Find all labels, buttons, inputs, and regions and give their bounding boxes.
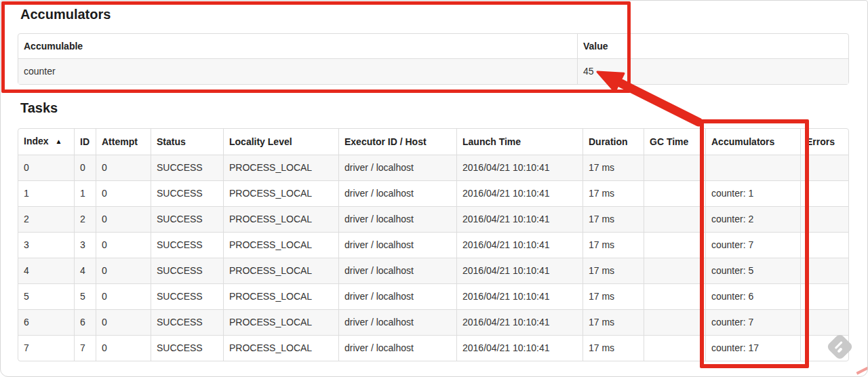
table-cell: SUCCESS xyxy=(151,180,223,206)
table-cell: PROCESS_LOCAL xyxy=(223,232,338,258)
table-cell: counter: 6 xyxy=(705,283,800,309)
column-header-attempt[interactable]: Attempt xyxy=(96,129,151,155)
table-row: 330SUCCESSPROCESS_LOCALdriver / localhos… xyxy=(18,232,848,258)
table-cell: SUCCESS xyxy=(151,232,223,258)
table-cell: counter: 2 xyxy=(705,206,800,232)
table-cell: 17 ms xyxy=(583,155,644,180)
column-header-launch-time[interactable]: Launch Time xyxy=(456,129,583,155)
table-cell: 1 xyxy=(74,180,96,206)
table-cell: 0 xyxy=(96,232,151,258)
column-header-id[interactable]: ID xyxy=(74,129,96,155)
table-cell: 17 ms xyxy=(583,206,644,232)
table-cell: PROCESS_LOCAL xyxy=(223,180,338,206)
column-header-value[interactable]: Value xyxy=(577,34,848,58)
table-row: 550SUCCESSPROCESS_LOCALdriver / localhos… xyxy=(18,283,848,309)
table-cell: 2016/04/21 10:10:41 xyxy=(456,335,583,361)
table-cell xyxy=(644,155,705,180)
table-row: 000SUCCESSPROCESS_LOCALdriver / localhos… xyxy=(18,155,848,180)
table-cell: 2016/04/21 10:10:41 xyxy=(456,309,583,335)
table-cell: 0 xyxy=(96,335,151,361)
tasks-table: Index▲IDAttemptStatusLocality LevelExecu… xyxy=(18,128,849,361)
column-header-accumulators[interactable]: Accumulators xyxy=(705,129,800,155)
table-cell: 2016/04/21 10:10:41 xyxy=(456,155,583,180)
column-header-status[interactable]: Status xyxy=(151,129,223,155)
tasks-section-heading: Tasks xyxy=(20,99,58,117)
table-cell: 17 ms xyxy=(583,283,644,309)
table-cell: PROCESS_LOCAL xyxy=(223,309,338,335)
table-row: 440SUCCESSPROCESS_LOCALdriver / localhos… xyxy=(18,258,848,283)
column-header-index[interactable]: Index▲ xyxy=(18,129,74,155)
table-row: 220SUCCESSPROCESS_LOCALdriver / localhos… xyxy=(18,206,848,232)
table-cell xyxy=(800,309,848,335)
table-cell: 0 xyxy=(96,180,151,206)
table-cell xyxy=(644,258,705,283)
column-header-duration[interactable]: Duration xyxy=(583,129,644,155)
table-cell: 17 ms xyxy=(583,335,644,361)
table-cell xyxy=(644,206,705,232)
table-row: 110SUCCESSPROCESS_LOCALdriver / localhos… xyxy=(18,180,848,206)
table-cell: SUCCESS xyxy=(151,258,223,283)
table-row: 660SUCCESSPROCESS_LOCALdriver / localhos… xyxy=(18,309,848,335)
table-cell: counter: 7 xyxy=(705,232,800,258)
tasks-header-row: Index▲IDAttemptStatusLocality LevelExecu… xyxy=(18,129,848,155)
table-cell: 45 xyxy=(577,58,848,84)
table-cell: PROCESS_LOCAL xyxy=(223,335,338,361)
table-cell: counter: 17 xyxy=(705,335,800,361)
sort-ascending-icon: ▲ xyxy=(56,138,62,145)
table-cell: 0 xyxy=(96,155,151,180)
table-cell: 17 ms xyxy=(583,180,644,206)
table-cell: 1 xyxy=(18,180,74,206)
table-cell: 5 xyxy=(74,283,96,309)
table-cell: 0 xyxy=(74,155,96,180)
column-header-accumulable[interactable]: Accumulable xyxy=(18,34,577,58)
table-cell: 2016/04/21 10:10:41 xyxy=(456,232,583,258)
table-cell: 0 xyxy=(96,283,151,309)
table-cell: 0 xyxy=(96,258,151,283)
table-cell: PROCESS_LOCAL xyxy=(223,155,338,180)
table-cell: counter: 5 xyxy=(705,258,800,283)
table-cell xyxy=(800,155,848,180)
column-header-locality-level[interactable]: Locality Level xyxy=(223,129,338,155)
table-cell: 0 xyxy=(96,309,151,335)
table-cell: 5 xyxy=(18,283,74,309)
table-cell: SUCCESS xyxy=(151,283,223,309)
table-cell: SUCCESS xyxy=(151,309,223,335)
table-cell: 0 xyxy=(18,155,74,180)
table-cell: driver / localhost xyxy=(338,335,456,361)
table-cell xyxy=(800,180,848,206)
table-cell: 2016/04/21 10:10:41 xyxy=(456,180,583,206)
table-cell: driver / localhost xyxy=(338,180,456,206)
table-cell: counter: 1 xyxy=(705,180,800,206)
column-header-executor-id-host[interactable]: Executor ID / Host xyxy=(338,129,456,155)
table-cell: PROCESS_LOCAL xyxy=(223,206,338,232)
table-cell xyxy=(644,283,705,309)
table-cell: driver / localhost xyxy=(338,206,456,232)
table-cell xyxy=(705,155,800,180)
column-header-errors[interactable]: Errors xyxy=(800,129,848,155)
table-cell: SUCCESS xyxy=(151,206,223,232)
table-cell xyxy=(644,180,705,206)
spark-stage-page: Accumulators AccumulableValue counter45 … xyxy=(0,0,868,377)
table-cell: counter xyxy=(18,58,577,84)
accumulators-header-row: AccumulableValue xyxy=(18,34,848,58)
table-cell: 2 xyxy=(74,206,96,232)
table-cell: 17 ms xyxy=(583,232,644,258)
table-cell xyxy=(800,232,848,258)
table-cell xyxy=(800,206,848,232)
table-cell: 3 xyxy=(74,232,96,258)
table-row: counter45 xyxy=(18,58,848,84)
table-cell xyxy=(644,232,705,258)
table-cell: 4 xyxy=(18,258,74,283)
table-cell: 0 xyxy=(96,206,151,232)
table-cell: driver / localhost xyxy=(338,232,456,258)
table-cell: 2 xyxy=(18,206,74,232)
table-cell: 7 xyxy=(18,335,74,361)
table-cell: 4 xyxy=(74,258,96,283)
table-cell: driver / localhost xyxy=(338,155,456,180)
table-cell: driver / localhost xyxy=(338,309,456,335)
table-cell: 7 xyxy=(74,335,96,361)
table-cell: 6 xyxy=(18,309,74,335)
annotation-corner-mark xyxy=(856,364,868,374)
table-row: 770SUCCESSPROCESS_LOCALdriver / localhos… xyxy=(18,335,848,361)
column-header-gc-time[interactable]: GC Time xyxy=(644,129,705,155)
